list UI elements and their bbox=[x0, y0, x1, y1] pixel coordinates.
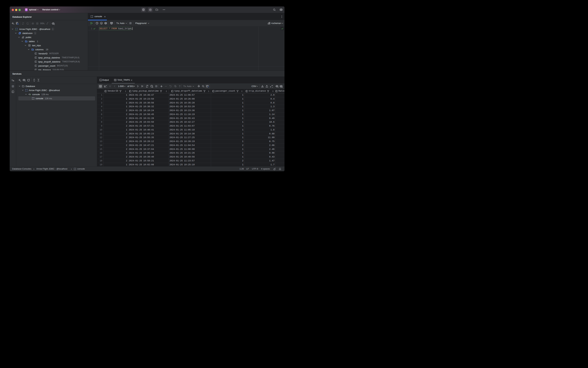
svg-text:Tx: Tx bbox=[11, 79, 14, 82]
svg-text:p: p bbox=[101, 22, 102, 24]
